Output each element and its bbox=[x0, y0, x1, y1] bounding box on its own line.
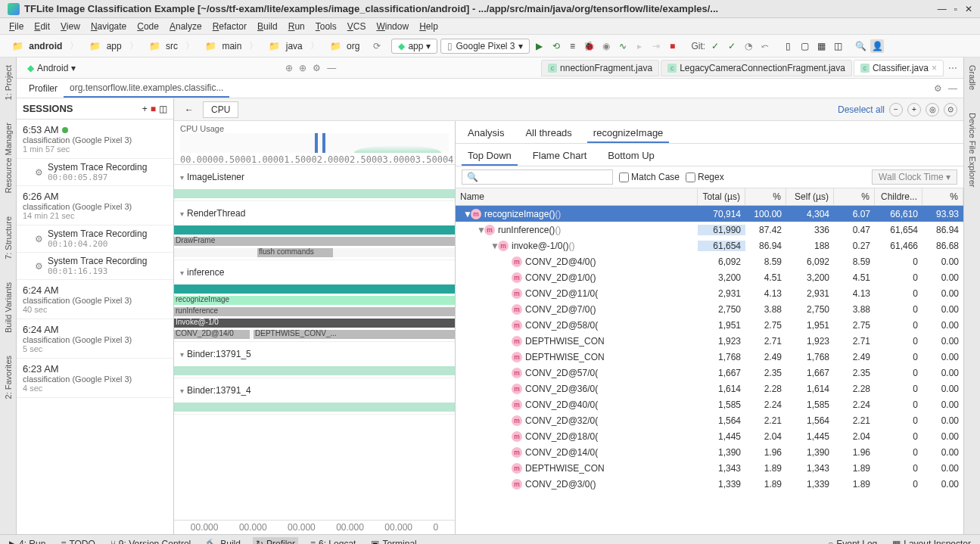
bottom-tab[interactable]: ▦ Layout Inspector bbox=[889, 537, 974, 545]
collapse-icon[interactable]: ⊕ bbox=[299, 63, 306, 73]
table-row[interactable]: mCONV_2D@7/0()2,7503.882,7503.8800.00 bbox=[456, 301, 963, 317]
bottom-tab[interactable]: ▣ Terminal bbox=[368, 537, 419, 545]
tool----project[interactable]: 1: Project bbox=[4, 65, 13, 100]
cpu-usage-chart[interactable]: CPU Usage 00.00000.50001.00001.50002.000… bbox=[174, 121, 455, 165]
menu-window[interactable]: Window bbox=[372, 20, 413, 33]
table-row[interactable]: mDEPTHWISE_CON1,9232.711,9232.7100.00 bbox=[456, 333, 963, 349]
coverage-icon[interactable]: ◉ bbox=[599, 39, 613, 53]
search-field[interactable] bbox=[481, 172, 602, 182]
collapse-sessions-icon[interactable]: ◫ bbox=[159, 104, 167, 114]
add-session-icon[interactable]: + bbox=[142, 104, 148, 114]
menu-file[interactable]: File bbox=[5, 20, 28, 33]
deselect-all-link[interactable]: Deselect all bbox=[838, 104, 885, 115]
profile-icon[interactable]: ∿ bbox=[616, 39, 630, 53]
table-row[interactable]: mCONV_2D@11/0(2,9314.132,9314.1300.00 bbox=[456, 285, 963, 301]
twisty-icon[interactable]: ▾ bbox=[180, 350, 184, 359]
debug-icon[interactable]: 🐞 bbox=[583, 39, 596, 53]
attach-debugger-icon[interactable]: ▸ bbox=[633, 39, 646, 53]
table-row[interactable]: mDEPTHWISE_CON1,7682.491,7682.4900.00 bbox=[456, 349, 963, 365]
close-tab-icon[interactable]: × bbox=[932, 63, 937, 73]
table-row[interactable]: mCONV_2D@18/0(1,4452.041,4452.0400.00 bbox=[456, 428, 963, 444]
menu-refactor[interactable]: Refactor bbox=[208, 20, 251, 33]
menu-analyze[interactable]: Analyze bbox=[165, 20, 207, 33]
tool-device-file-explorer[interactable]: Device File Explorer bbox=[968, 113, 977, 187]
tool-gradle[interactable]: Gradle bbox=[968, 65, 977, 90]
session-item[interactable]: 6:26 AMclassification (Google Pixel 3)14… bbox=[17, 186, 173, 225]
view-tab[interactable]: Flame Chart bbox=[527, 147, 593, 166]
tool-resource-manager[interactable]: Resource Manager bbox=[4, 123, 13, 194]
session-item[interactable]: 6:53 AM classification (Google Pixel 3)1… bbox=[17, 120, 173, 159]
analysis-tab[interactable]: recognizeImage bbox=[587, 124, 670, 143]
menu-help[interactable]: Help bbox=[415, 20, 443, 33]
breadcrumb-main[interactable]: 📁 main bbox=[199, 40, 244, 52]
gear-icon[interactable]: ⚙ bbox=[313, 63, 321, 73]
session-item[interactable]: 6:23 AMclassification (Google Pixel 3)4 … bbox=[17, 359, 173, 398]
cpu-selector[interactable]: CPU bbox=[203, 101, 238, 118]
layout-icon[interactable]: ▦ bbox=[814, 39, 828, 53]
regex-checkbox[interactable]: Regex bbox=[686, 172, 724, 182]
tool----favorites[interactable]: 2: Favorites bbox=[4, 356, 13, 399]
device-combo[interactable]: ▯ Google Pixel 3 ▾ bbox=[440, 39, 529, 54]
column-header[interactable]: Name bbox=[456, 188, 698, 205]
twisty-icon[interactable]: ▾ bbox=[180, 173, 184, 182]
table-row[interactable]: mCONV_2D@36/0(1,6142.281,6142.2800.00 bbox=[456, 381, 963, 396]
profiler-package-tab[interactable]: org.tensorflow.lite.examples.classific..… bbox=[64, 79, 229, 98]
git-rollback-icon[interactable]: ⤺ bbox=[758, 39, 772, 53]
zoom-selection-icon[interactable]: ⊙ bbox=[944, 103, 957, 117]
editor-tab[interactable]: cLegacyCameraConnectionFragment.java bbox=[661, 60, 852, 76]
back-icon[interactable]: ← bbox=[180, 103, 198, 117]
close-icon[interactable]: ✕ bbox=[965, 4, 972, 14]
table-row[interactable]: mCONV_2D@4/0()6,0928.596,0928.5900.00 bbox=[456, 253, 963, 269]
thread-row[interactable]: ▾ RenderThreadDrawFrameflush commands bbox=[174, 201, 455, 260]
time-mode-dropdown[interactable]: Wall Clock Time ▾ bbox=[872, 169, 957, 185]
apply-changes-icon[interactable]: ⟲ bbox=[549, 39, 563, 53]
table-row[interactable]: ▼ mrunInference() ()61,99087.423360.4761… bbox=[456, 222, 963, 238]
table-row[interactable]: mCONV_2D@1/0()3,2004.513,2004.5100.00 bbox=[456, 269, 963, 285]
recording-item[interactable]: ⚙System Trace Recording00:01:16.193 bbox=[17, 253, 173, 280]
analysis-tab[interactable]: Analysis bbox=[462, 124, 510, 143]
sdk-icon[interactable]: ▢ bbox=[798, 39, 811, 53]
twisty-icon[interactable]: ▼ bbox=[490, 241, 498, 251]
stop-session-icon[interactable]: ■ bbox=[151, 104, 156, 114]
maximize-icon[interactable]: ▫ bbox=[954, 4, 957, 14]
view-tab[interactable]: Top Down bbox=[462, 147, 518, 166]
apply-code-icon[interactable]: ≡ bbox=[566, 39, 580, 53]
thread-row[interactable]: ▾ Binder:13791_4 bbox=[174, 378, 455, 415]
tool-build-variants[interactable]: Build Variants bbox=[4, 282, 13, 333]
twisty-icon[interactable]: ▾ bbox=[180, 387, 184, 395]
table-row[interactable]: mCONV_2D@58/0(1,9512.751,9512.7500.00 bbox=[456, 317, 963, 333]
tool----structure[interactable]: 7: Structure bbox=[4, 216, 13, 260]
table-row[interactable]: mCONV_2D@32/0(1,5642.211,5642.2100.00 bbox=[456, 412, 963, 428]
search-input[interactable]: 🔍 bbox=[462, 169, 613, 185]
menu-code[interactable]: Code bbox=[132, 20, 163, 33]
column-header[interactable]: Childre... bbox=[875, 188, 922, 205]
project-view-combo[interactable]: ◆ Android ▾ bbox=[23, 61, 80, 75]
zoom-in-icon[interactable]: + bbox=[907, 103, 921, 117]
hide-icon[interactable]: — bbox=[327, 63, 336, 73]
bottom-tab[interactable]: ○ Event Log bbox=[825, 537, 880, 545]
menu-view[interactable]: View bbox=[56, 20, 85, 33]
bottom-tab[interactable]: 🔨 Build bbox=[203, 537, 244, 545]
view-tab[interactable]: Bottom Up bbox=[602, 147, 660, 166]
thread-row[interactable]: ▾ Binder:13791_5 bbox=[174, 342, 455, 378]
column-header[interactable]: % bbox=[922, 188, 963, 205]
breadcrumb-src[interactable]: 📁 src bbox=[143, 40, 181, 52]
settings-icon[interactable]: ⚙ bbox=[934, 83, 942, 94]
breadcrumb-org[interactable]: 📁 org bbox=[324, 40, 363, 52]
breadcrumb-java[interactable]: 📁 java bbox=[263, 40, 305, 52]
editor-tab[interactable]: cClassifier.java × bbox=[854, 60, 944, 76]
git-history-icon[interactable]: ◔ bbox=[742, 39, 755, 53]
reset-zoom-icon[interactable]: ◎ bbox=[926, 103, 939, 117]
minimize-panel-icon[interactable]: — bbox=[948, 83, 957, 94]
bottom-tab[interactable]: ≡ TODO bbox=[58, 537, 98, 545]
match-case-checkbox[interactable]: Match Case bbox=[619, 172, 680, 182]
git-check-icon[interactable]: ✓ bbox=[708, 39, 722, 53]
thread-row[interactable]: ▾ ImageListener bbox=[174, 165, 455, 201]
breadcrumb-app[interactable]: 📁 app bbox=[83, 40, 124, 52]
recording-item[interactable]: ⚙System Trace Recording00:00:05.897 bbox=[17, 159, 173, 186]
column-header[interactable]: Self (µs) bbox=[786, 188, 834, 205]
session-item[interactable]: 6:24 AMclassification (Google Pixel 3)5 … bbox=[17, 319, 173, 359]
user-icon[interactable]: 👤 bbox=[870, 39, 884, 53]
table-row[interactable]: mDEPTHWISE_CON1,3431.891,3431.8900.00 bbox=[456, 460, 963, 476]
twisty-icon[interactable]: ▾ bbox=[180, 210, 184, 218]
